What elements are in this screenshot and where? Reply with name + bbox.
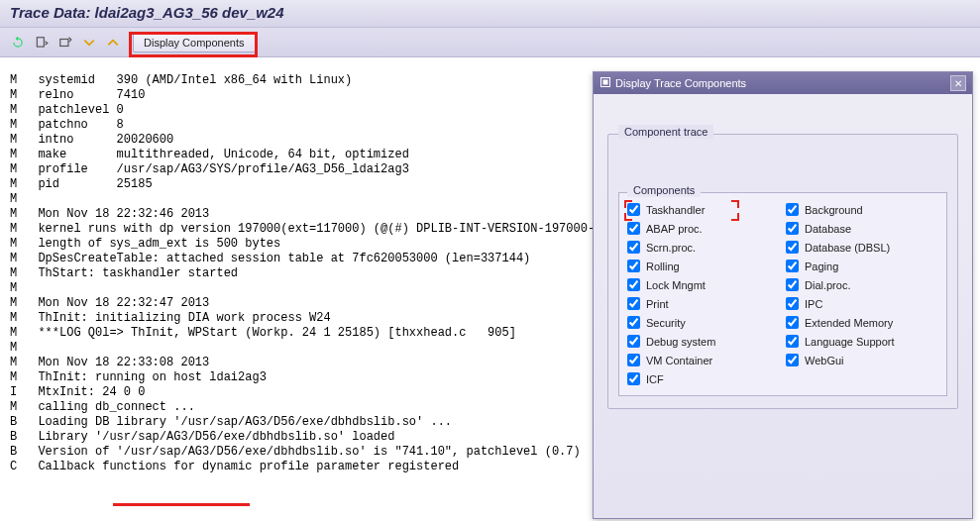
checkbox-label: Taskhandler <box>646 204 705 216</box>
checkbox-label: IPC <box>805 298 822 310</box>
component-checkbox[interactable]: Background <box>786 203 938 216</box>
trace-text: ThInit: running on host ldai2ag3 <box>24 370 267 385</box>
checkbox-input[interactable] <box>786 354 799 366</box>
checkbox-input[interactable] <box>627 222 640 235</box>
component-checkbox[interactable]: Extended Memory <box>786 316 938 329</box>
component-checkbox[interactable]: IPC <box>786 297 938 310</box>
checkbox-label: Print <box>646 298 669 310</box>
checkbox-input[interactable] <box>627 335 640 348</box>
checkbox-label: Lock Mngmt <box>646 279 706 291</box>
trace-tag: M <box>10 311 24 326</box>
component-checkbox[interactable]: ICF <box>627 372 780 385</box>
component-checkbox[interactable]: WebGui <box>786 354 938 366</box>
trace-text: DpSesCreateTable: attached session table… <box>24 252 530 266</box>
component-checkbox[interactable]: VM Container <box>627 354 780 366</box>
trace-tag: M <box>10 341 24 356</box>
checkbox-input[interactable] <box>627 241 640 254</box>
checkbox-label: Database (DBSL) <box>805 242 890 254</box>
checkbox-input[interactable] <box>786 241 799 254</box>
checkbox-label: WebGui <box>805 355 844 366</box>
checkbox-input[interactable] <box>786 278 799 291</box>
svg-rect-1 <box>60 39 68 46</box>
component-checkbox[interactable]: Taskhandler <box>627 203 780 216</box>
trace-text: Version of '/usr/sap/AG3/D56/exe/dbhdbsl… <box>24 445 581 460</box>
component-checkbox[interactable]: Scrn.proc. <box>627 241 780 254</box>
window-title: Trace Data: ldai2ag3_AG3_56 dev_w24 <box>0 0 980 28</box>
trace-text: length of sys_adm_ext is 500 bytes <box>24 237 280 252</box>
checkbox-input[interactable] <box>786 316 799 329</box>
component-checkbox[interactable] <box>786 372 938 385</box>
trace-tag: C <box>10 460 24 474</box>
checkbox-input[interactable] <box>627 278 640 291</box>
svg-rect-3 <box>603 80 608 85</box>
component-checkbox[interactable]: Database <box>786 222 938 235</box>
trace-tag: M <box>10 237 24 252</box>
refresh-icon[interactable] <box>8 33 28 52</box>
component-checkbox[interactable]: Paging <box>786 260 938 272</box>
browse-icon[interactable] <box>55 33 75 52</box>
document-arrow-icon[interactable] <box>32 33 52 52</box>
trace-text: kernel runs with dp version 197000(ext=1… <box>24 222 616 237</box>
checkbox-input[interactable] <box>786 297 799 310</box>
checkbox-input[interactable] <box>786 335 799 348</box>
dialog-title-text: Display Trace Components <box>615 77 746 89</box>
trace-text: Loading DB library '/usr/sap/AG3/D56/exe… <box>24 415 452 430</box>
trace-text: ThStart: taskhandler started <box>24 266 238 281</box>
svg-rect-0 <box>37 37 44 46</box>
up-chevron-icon[interactable] <box>103 33 123 52</box>
trace-text: MtxInit: 24 0 0 <box>24 385 145 400</box>
components-grid: TaskhandlerBackgroundABAP proc.DatabaseS… <box>627 203 938 385</box>
trace-tag: B <box>10 430 24 445</box>
component-checkbox[interactable]: ABAP proc. <box>627 222 780 235</box>
component-trace-legend: Component trace <box>618 125 713 139</box>
component-checkbox[interactable]: Lock Mngmt <box>627 278 780 291</box>
component-checkbox[interactable]: Database (DBSL) <box>786 241 938 254</box>
checkbox-label: Extended Memory <box>805 317 893 329</box>
trace-components-dialog: Display Trace Components ✕ Component tra… <box>593 71 973 519</box>
component-checkbox[interactable]: Print <box>627 297 780 310</box>
checkbox-input[interactable] <box>627 297 640 310</box>
checkbox-label: ABAP proc. <box>646 223 703 235</box>
checkbox-label: Database <box>805 223 851 235</box>
component-checkbox[interactable]: Debug system <box>627 335 780 348</box>
trace-tag: M <box>10 192 24 207</box>
checkbox-input[interactable] <box>627 260 640 272</box>
checkbox-input[interactable] <box>627 316 640 329</box>
component-checkbox[interactable]: Dial.proc. <box>786 278 938 291</box>
checkbox-input[interactable] <box>627 354 640 366</box>
trace-text: make multithreaded, Unicode, 64 bit, opt… <box>24 148 409 162</box>
trace-text: systemid 390 (AMD/Intel x86_64 with Linu… <box>24 73 352 88</box>
trace-text: ***LOG Q0l=> ThInit, WPStart (Workp. 24 … <box>24 326 516 341</box>
component-checkbox[interactable]: Security <box>627 316 780 329</box>
checkbox-label: Language Support <box>805 336 895 348</box>
trace-text: Library '/usr/sap/AG3/D56/exe/dbhdbslib.… <box>24 430 394 445</box>
checkbox-input[interactable] <box>627 203 640 216</box>
trace-text: pid 25185 <box>24 177 153 192</box>
dialog-close-button[interactable]: ✕ <box>950 75 966 91</box>
checkbox-input[interactable] <box>786 203 799 216</box>
trace-tag: M <box>10 88 24 103</box>
trace-tag: M <box>10 326 24 341</box>
component-checkbox[interactable]: Language Support <box>786 335 938 348</box>
trace-tag: M <box>10 281 24 296</box>
checkbox-label: Security <box>646 317 686 329</box>
trace-text: patchlevel 0 <box>24 103 124 118</box>
dialog-title-icon <box>599 76 611 90</box>
checkbox-input[interactable] <box>627 372 640 385</box>
annotation-underline <box>113 503 250 506</box>
component-checkbox[interactable]: Rolling <box>627 260 780 272</box>
display-components-button[interactable]: Display Components <box>133 33 256 52</box>
trace-tag: M <box>10 162 24 177</box>
checkbox-label: Scrn.proc. <box>646 242 696 254</box>
toolbar: Display Components <box>0 28 980 57</box>
checkbox-input[interactable] <box>786 222 799 235</box>
checkbox-input[interactable] <box>786 260 799 272</box>
trace-text <box>24 341 38 356</box>
trace-text: relno 7410 <box>24 88 145 103</box>
down-chevron-icon[interactable] <box>79 33 99 52</box>
trace-tag: M <box>10 222 24 237</box>
trace-text: profile /usr/sap/AG3/SYS/profile/AG3_D56… <box>24 162 409 177</box>
trace-text: Mon Nov 18 22:32:46 2013 <box>24 207 209 222</box>
trace-text: ThInit: initializing DIA work process W2… <box>24 311 331 326</box>
trace-tag: M <box>10 118 24 133</box>
